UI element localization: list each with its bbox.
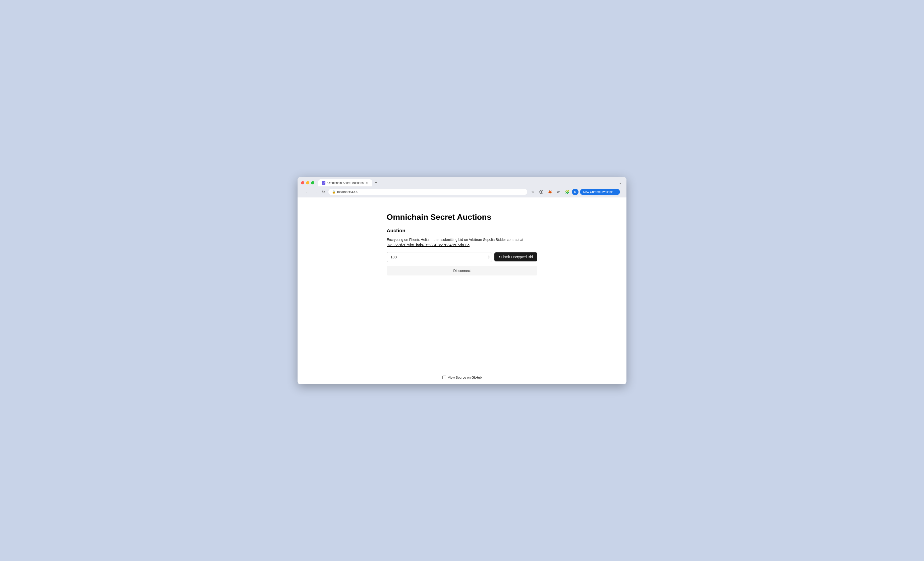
active-tab[interactable]: ⬡ Omnichain Secret Auctions ×: [318, 180, 372, 186]
address-bar[interactable]: 🔒 localhost:3000: [328, 188, 527, 195]
page-content: Omnichain Secret Auctions Auction Encryp…: [297, 197, 627, 368]
lock-icon: 🔒: [332, 190, 336, 194]
section-title: Auction: [387, 228, 537, 233]
description-end: .: [470, 243, 471, 247]
description-part1: Encrypting on Fhenix Helium, then submit…: [387, 238, 523, 242]
github-source-row[interactable]: View Source on GitHub: [442, 375, 482, 379]
forward-button[interactable]: →: [312, 189, 319, 195]
tab-row: ⬡ Omnichain Secret Auctions × + ⌄: [301, 180, 623, 186]
profile-icon[interactable]: N: [572, 188, 579, 195]
main-container: Omnichain Secret Auctions Auction Encryp…: [387, 212, 537, 275]
address-bar-row: ← → ↻ 🔒 localhost:3000 ☆ 🦊 ⟳ 🧩 N: [301, 186, 623, 197]
sync-icon[interactable]: ⟳: [555, 188, 562, 196]
back-button[interactable]: ←: [304, 189, 310, 195]
maximize-window-dot[interactable]: [311, 181, 314, 184]
bookmark-icon[interactable]: ☆: [529, 188, 536, 196]
tab-dropdown-button[interactable]: ⌄: [617, 180, 623, 186]
toolbar-right: ☆ 🦊 ⟳ 🧩 N New Chrome available ⋮: [529, 188, 620, 196]
refresh-button[interactable]: ↻: [321, 189, 326, 195]
github-checkbox[interactable]: [442, 375, 446, 379]
new-chrome-dots-icon: ⋮: [614, 190, 617, 193]
new-chrome-label: New Chrome available: [583, 190, 614, 194]
extensions-icon[interactable]: [538, 188, 545, 196]
description-text: Encrypting on Fhenix Helium, then submit…: [387, 237, 537, 248]
bid-input-wrapper: ▲ ▼: [387, 252, 492, 262]
page-body: Omnichain Secret Auctions Auction Encryp…: [297, 197, 627, 384]
metamask-icon[interactable]: 🦊: [546, 188, 554, 196]
bid-row: ▲ ▼ Submit Encrypted Bid: [387, 252, 537, 262]
tab-favicon-icon: ⬡: [322, 181, 326, 185]
tab-title-label: Omnichain Secret Auctions: [327, 181, 364, 185]
extension-puzzle-icon[interactable]: 🧩: [564, 188, 570, 196]
github-label: View Source on GitHub: [448, 375, 482, 379]
tab-close-button[interactable]: ×: [366, 181, 368, 184]
footer-area: View Source on GitHub: [297, 368, 627, 384]
close-window-dot[interactable]: [301, 181, 304, 184]
minimize-window-dot[interactable]: [306, 181, 309, 184]
spinner-arrows[interactable]: ▲ ▼: [488, 255, 490, 259]
spinner-up-icon[interactable]: ▲: [488, 255, 490, 257]
disconnect-button[interactable]: Disconnect: [387, 266, 537, 275]
title-bar: ⬡ Omnichain Secret Auctions × + ⌄ ← → ↻ …: [297, 177, 627, 197]
window-controls: [301, 181, 314, 184]
spinner-down-icon[interactable]: ▼: [488, 257, 490, 259]
svg-point-1: [541, 191, 542, 193]
new-tab-button[interactable]: +: [374, 180, 379, 186]
address-text: localhost:3000: [337, 190, 358, 194]
bid-input[interactable]: [387, 252, 492, 262]
browser-window: ⬡ Omnichain Secret Auctions × + ⌄ ← → ↻ …: [297, 177, 627, 384]
contract-address-link[interactable]: 0xd2232d2F79b51f5da79ea3DF2d37B3435073bF…: [387, 243, 470, 247]
app-title: Omnichain Secret Auctions: [387, 212, 537, 222]
submit-encrypted-bid-button[interactable]: Submit Encrypted Bid: [494, 253, 537, 262]
new-chrome-button[interactable]: New Chrome available ⋮: [580, 189, 620, 195]
